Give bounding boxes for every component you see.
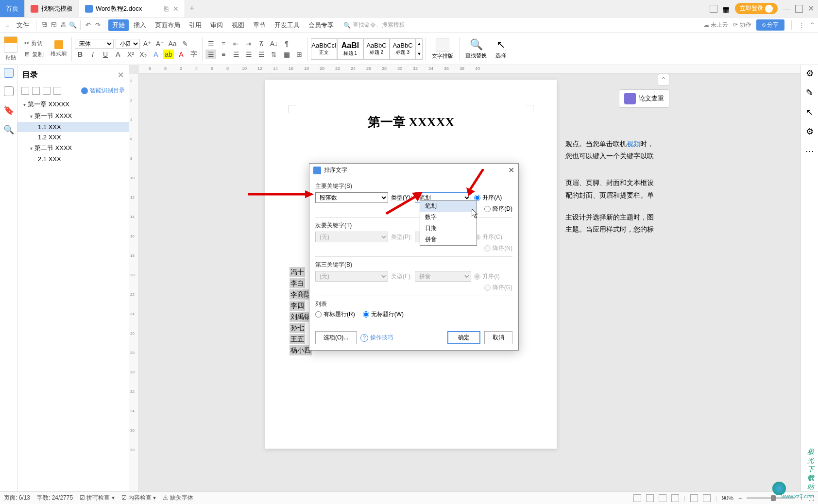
expand-icon[interactable]: ⌃ <box>810 21 815 29</box>
phonetic-icon[interactable]: 字 <box>188 50 199 59</box>
outline-tool-icon[interactable] <box>43 87 51 95</box>
status-words[interactable]: 字数: 24/2775 <box>37 494 73 502</box>
menu-review[interactable]: 审阅 <box>206 19 227 31</box>
layout-toggle-icon[interactable] <box>710 5 717 13</box>
edit-icon[interactable]: ✎ <box>806 87 813 98</box>
coop-button[interactable]: ⟳ 协作 <box>733 21 751 29</box>
clear-format-icon[interactable]: ✎ <box>180 39 190 49</box>
cancel-button[interactable]: 取消 <box>484 331 512 344</box>
line-spacing-icon[interactable]: ⇅ <box>269 50 279 59</box>
thesis-check-button[interactable]: 论文查重 <box>619 89 669 108</box>
dropdown-option[interactable]: 数字 <box>420 212 477 223</box>
tab-home[interactable]: 首页 <box>0 0 25 17</box>
subscript-icon[interactable]: X₂ <box>138 50 149 59</box>
superscript-icon[interactable]: X² <box>125 50 136 59</box>
outline-tool-icon[interactable] <box>32 87 40 95</box>
font-size-select[interactable]: 小四 <box>116 39 140 49</box>
menu-start[interactable]: 开始 <box>108 19 129 31</box>
adjust-icon[interactable]: ⚙ <box>806 126 814 137</box>
tree-item[interactable]: 2.1 XXX <box>17 154 129 164</box>
vertical-ruler[interactable]: 22468101214161820222426283032343638 <box>129 74 139 491</box>
more-icon[interactable]: ⋯ <box>805 146 814 156</box>
underline-icon[interactable]: U <box>100 50 111 59</box>
redo-icon[interactable]: ↷ <box>93 21 102 30</box>
find-icon[interactable]: 🔍 <box>3 124 14 135</box>
italic-icon[interactable]: I <box>87 50 98 59</box>
align-center-icon[interactable]: ≡ <box>218 50 229 59</box>
window-minimize-icon[interactable]: — <box>783 4 790 13</box>
status-page[interactable]: 页面: 6/13 <box>4 494 30 502</box>
share-button[interactable]: ⎋ 分享 <box>756 19 784 31</box>
outline-tool-icon[interactable] <box>21 87 29 95</box>
fit-width-icon[interactable] <box>703 494 711 502</box>
thumbnail-icon[interactable] <box>4 86 14 96</box>
save-as-icon[interactable]: 🖫 <box>49 21 58 30</box>
align-right-icon[interactable]: ☰ <box>231 50 241 59</box>
indent-icon[interactable]: ⇥ <box>243 39 254 49</box>
cut-button[interactable]: ✂ 剪切 <box>22 38 46 49</box>
strike-icon[interactable]: A̶ <box>113 50 123 59</box>
tab-add-button[interactable]: + <box>185 3 199 14</box>
tips-link[interactable]: 操作技巧 <box>360 334 393 342</box>
secondary-key-select[interactable]: (无) <box>315 232 388 242</box>
window-maximize-icon[interactable] <box>795 5 803 13</box>
menu-reference[interactable]: 引用 <box>185 19 205 31</box>
options-button[interactable]: 选项(O)... <box>315 331 357 344</box>
font-color-icon[interactable]: A <box>176 50 187 59</box>
smart-outline-button[interactable]: 智能识别目录 <box>81 86 125 95</box>
view-mode-icon[interactable] <box>633 494 641 502</box>
tab-settings-icon[interactable]: ⊼ <box>256 39 267 49</box>
hamburger-icon[interactable]: ≡ <box>3 21 12 30</box>
text-effects-icon[interactable]: A <box>151 50 161 59</box>
undo-icon[interactable]: ↶ <box>84 21 92 30</box>
borders-icon[interactable]: ⊞ <box>294 50 305 59</box>
view-mode-icon[interactable] <box>659 494 666 502</box>
print-preview-icon[interactable]: 🔍 <box>68 21 77 30</box>
fit-page-icon[interactable] <box>690 494 698 502</box>
dropdown-option[interactable]: 笔划 <box>420 201 477 212</box>
menu-devtools[interactable]: 开发工具 <box>271 19 304 31</box>
bookmark-icon[interactable]: 🔖 <box>3 105 14 116</box>
menu-insert[interactable]: 插入 <box>130 19 150 31</box>
copy-button[interactable]: 🖹 复制 <box>22 50 46 60</box>
outline-close-icon[interactable]: ✕ <box>118 70 124 80</box>
dropdown-option[interactable]: 日期 <box>420 223 477 234</box>
cloud-status[interactable]: ☁ 未上云 <box>703 21 728 29</box>
window-close-icon[interactable]: ✕ <box>808 4 814 13</box>
view-mode-icon[interactable] <box>646 494 654 502</box>
tree-item[interactable]: 1.2 XXX <box>17 132 129 142</box>
tree-item[interactable]: ▾第一章 XXXXX <box>17 99 129 110</box>
increase-font-icon[interactable]: A⁺ <box>142 39 153 49</box>
outline-tool-icon[interactable] <box>53 87 61 95</box>
status-content[interactable]: ☑ 内容检查 ▾ <box>121 494 156 502</box>
outdent-icon[interactable]: ⇤ <box>231 39 241 49</box>
tree-item[interactable]: ▾第一节 XXXX <box>17 110 129 122</box>
login-button[interactable]: 立即登录 <box>735 3 778 14</box>
menu-view[interactable]: 视图 <box>228 19 248 31</box>
outline-toggle-icon[interactable] <box>4 68 14 78</box>
dropdown-option[interactable]: 拼音 <box>420 234 477 245</box>
menu-member[interactable]: 会员专享 <box>305 19 338 31</box>
menu-layout[interactable]: 页面布局 <box>151 19 184 31</box>
desc-d-radio[interactable]: 降序(D) <box>484 205 512 213</box>
print-icon[interactable]: 🖶 <box>59 21 68 30</box>
dialog-close-icon[interactable]: ✕ <box>508 166 514 175</box>
numbering-icon[interactable]: ≡ <box>218 39 229 49</box>
decrease-font-icon[interactable]: A⁻ <box>154 39 165 49</box>
font-family-select[interactable]: 宋体 <box>75 39 114 49</box>
menu-chapter[interactable]: 章节 <box>249 19 270 31</box>
style-heading2[interactable]: AaBbC 标题 2 <box>363 38 390 60</box>
distribute-icon[interactable]: ☰ <box>256 50 267 59</box>
align-left-icon[interactable]: ☰ <box>205 50 216 59</box>
styles-down-icon[interactable]: ▼ <box>416 51 422 56</box>
command-search[interactable]: 🔍 查找命令、搜索模板 <box>343 21 405 29</box>
no-header-radio[interactable]: 无标题行(W) <box>363 310 404 319</box>
bullets-icon[interactable]: ☰ <box>205 39 216 49</box>
tree-item[interactable]: 1.1 XXX <box>17 122 129 132</box>
change-case-icon[interactable]: Aa <box>167 39 178 49</box>
find-replace-button[interactable]: 🔍 查找替换 <box>462 37 490 60</box>
styles-up-icon[interactable]: ▲ <box>416 41 422 46</box>
tab-close-icon[interactable]: ✕ <box>173 5 179 13</box>
pointer-icon[interactable]: ↖ <box>806 107 813 118</box>
highlight-icon[interactable]: ab <box>163 50 174 59</box>
